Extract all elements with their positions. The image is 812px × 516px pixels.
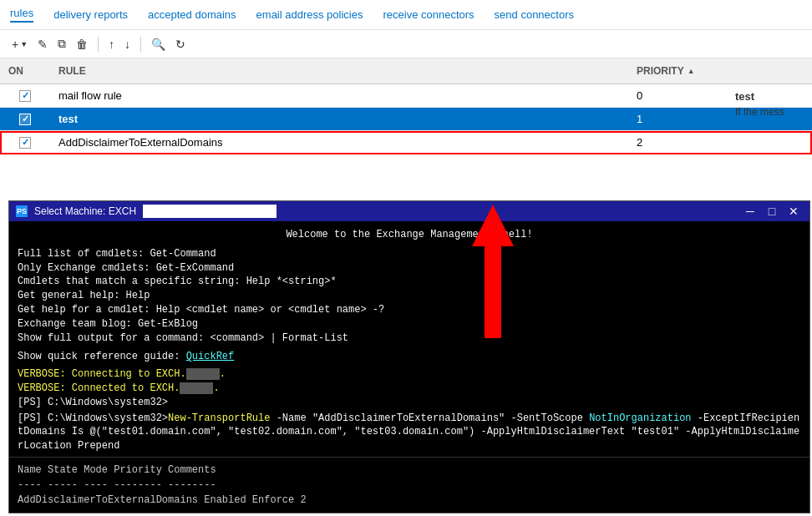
row-rule-2: test [50,108,628,130]
close-button[interactable]: ✕ [784,205,803,218]
copy-button[interactable]: ⧉ [54,35,69,53]
nav-rules[interactable]: rules [10,7,33,23]
separator1 [98,37,99,52]
col-header-on: ON [0,62,50,80]
delete-icon: 🗑 [76,38,88,51]
ps-output: Name State Mode Priority Comments ---- -… [9,457,809,513]
table-row[interactable]: test 1 [0,108,812,131]
refresh-button[interactable]: ↻ [172,36,189,53]
ps-window-controls: ─ □ ✕ [741,205,803,218]
nav-send-connectors[interactable]: send connectors [495,8,574,21]
table-header: ON RULE PRIORITY ▲ [0,58,812,84]
sort-icon: ▲ [688,67,695,75]
row-on-3[interactable] [0,132,50,154]
row-on-1[interactable] [0,85,50,107]
row-priority-1: 0 [628,84,728,107]
ps-help-2: Only Exchange cmdlets: Get-ExCommand [18,261,801,276]
copy-icon: ⧉ [58,37,66,51]
search-button[interactable]: 🔍 [148,36,169,53]
ps-help-3: Cmdlets that match a specific string: He… [18,275,801,289]
ps-output-row: AddDisclaimerToExternalDomains Enabled E… [18,493,801,508]
separator2 [140,37,141,52]
row-rule-3: AddDisclaimerToExternalDomains [50,131,628,154]
ps-help-5: Get help for a cmdlet: Help <cmdlet name… [18,303,801,317]
add-button[interactable]: + ▼ [8,36,31,53]
row-priority-3: 2 [628,131,728,154]
row-priority-2: 1 [628,108,728,130]
ps-prompt-1: [PS] C:\Windows\system32> [18,396,801,410]
ps-help-6: Exchange team blog: Get-ExBlog [18,317,801,331]
right-panel-description: If the mess [735,106,805,118]
move-down-button[interactable]: ↓ [121,36,134,53]
ps-titlebar: PS Select Machine: EXCH ─ □ ✕ [9,201,809,221]
table-row[interactable]: AddDisclaimerToExternalDomains 2 [0,131,812,154]
add-icon: + [12,38,18,51]
ps-content: Welcome to the Exchange Management Shell… [9,221,809,457]
add-dropdown-icon: ▼ [20,40,28,48]
table-row[interactable]: mail flow rule 0 [0,84,812,108]
nav-email-address-policies[interactable]: email address policies [256,8,363,21]
up-icon: ↑ [109,38,114,51]
ps-help-7: Show full output for a command: <command… [18,331,801,346]
col-header-rule: RULE [50,62,628,80]
refresh-icon: ↻ [175,38,185,51]
ps-title: Select Machine: EXCH [34,205,136,217]
edit-button[interactable]: ✎ [34,36,51,53]
ps-icon: PS [16,205,28,217]
row-on-2[interactable] [0,109,50,130]
move-up-button[interactable]: ↑ [105,36,118,53]
ps-verbose-2: VERBOSE: Connected to EXCH.. [18,382,801,396]
right-panel-title: test [735,90,805,103]
right-panel: test If the mess [728,83,812,124]
nav-accepted-domains[interactable]: accepted domains [148,8,236,21]
nav-receive-connectors[interactable]: receive connectors [383,8,474,21]
ps-window: PS Select Machine: EXCH ─ □ ✕ Welcome to… [8,200,810,513]
col-header-priority[interactable]: PRIORITY ▲ [628,62,728,80]
maximize-button[interactable]: □ [763,205,781,218]
nav-delivery-reports[interactable]: delivery reports [53,8,128,21]
edit-icon: ✎ [38,38,48,51]
checkbox-3[interactable] [19,137,31,149]
checkbox-1[interactable] [19,90,31,102]
top-nav: rules delivery reports accepted domains … [0,0,812,30]
checkbox-2[interactable] [19,114,31,125]
search-icon: 🔍 [151,38,165,51]
ps-title-input[interactable] [143,205,277,218]
ps-verbose-1: VERBOSE: Connecting to EXCH.. [18,367,801,382]
ps-output-headers: Name State Mode Priority Comments [18,463,801,478]
ps-welcome: Welcome to the Exchange Management Shell… [18,228,801,242]
ps-help-4: Get general help: Help [18,289,801,303]
ps-command: [PS] C:\Windows\system32>New-TransportRu… [18,412,801,453]
ps-output-dashes: ---- ----- ---- -------- -------- [18,478,801,493]
ps-help-1: Full list of cmdlets: Get-Command [18,247,801,261]
down-icon: ↓ [124,38,130,51]
ps-quickref-line: Show quick reference guide: QuickRef [18,350,801,364]
row-rule-1: mail flow rule [50,84,628,107]
minimize-button[interactable]: ─ [741,205,759,218]
toolbar: + ▼ ✎ ⧉ 🗑 ↑ ↓ 🔍 ↻ [0,30,812,58]
delete-button[interactable]: 🗑 [73,36,91,53]
